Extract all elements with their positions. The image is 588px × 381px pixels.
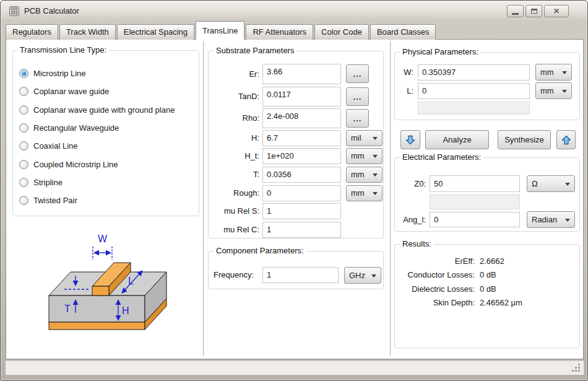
tab-board-classes[interactable]: Board Classes bbox=[370, 24, 436, 40]
diagram-label-l: L bbox=[128, 276, 134, 286]
radio-twisted-pair[interactable]: Twisted Pair bbox=[19, 194, 77, 206]
copy-down-button[interactable] bbox=[400, 130, 420, 149]
z0-field[interactable]: 50 bbox=[430, 175, 520, 192]
radio-label: Stripline bbox=[33, 178, 63, 187]
radio-rectangular-waveguide[interactable]: Rectangular Waveguide bbox=[19, 121, 119, 134]
radio-coupled-microstrip-line[interactable]: Coupled Microstrip Line bbox=[19, 158, 118, 170]
er-field[interactable]: 3.66 bbox=[262, 64, 341, 84]
radio-icon bbox=[19, 105, 28, 115]
arrow-down-icon bbox=[405, 134, 416, 146]
close-button[interactable]: ✕ bbox=[544, 5, 569, 17]
z0-label: Z0: bbox=[399, 175, 426, 192]
radio-selected-icon bbox=[19, 69, 28, 78]
microstrip-diagram: W L T H bbox=[40, 232, 181, 353]
radio-stripline[interactable]: Stripline bbox=[19, 176, 63, 188]
h-unit-select[interactable]: mil bbox=[346, 130, 383, 146]
tand-label: TanD: bbox=[212, 87, 259, 107]
component-parameters-group: Component Parameters: Frequency: 1 GHz bbox=[208, 251, 384, 289]
t-unit-select[interactable]: mm bbox=[346, 167, 383, 183]
electrical-aux-field bbox=[430, 195, 520, 209]
resize-grip-icon[interactable] bbox=[572, 364, 581, 372]
rho-more-button[interactable]: ... bbox=[346, 109, 369, 128]
rough-field[interactable]: 0 bbox=[262, 185, 341, 201]
window-controls: ✕ bbox=[507, 5, 569, 17]
l-unit-select[interactable]: mm bbox=[535, 82, 572, 99]
w-unit-select[interactable]: mm bbox=[535, 64, 572, 81]
tab-color-code[interactable]: Color Code bbox=[314, 24, 369, 40]
minimize-icon bbox=[512, 13, 519, 15]
skin-depth-value: 2.46562 µm bbox=[480, 298, 522, 307]
substrate-parameters-group: Substrate Parameters Er: 3.66 ... TanD: … bbox=[208, 51, 384, 239]
copy-up-button[interactable] bbox=[556, 130, 576, 149]
radio-icon bbox=[19, 196, 28, 205]
screen: PCB Calculator ✕ Regulators Track Width … bbox=[0, 0, 588, 381]
ht-unit-select[interactable]: mm bbox=[346, 148, 383, 164]
tand-more-button[interactable]: ... bbox=[346, 87, 369, 106]
status-bar bbox=[6, 361, 584, 375]
radio-icon bbox=[19, 160, 28, 169]
angl-unit-select[interactable]: Radian bbox=[527, 211, 575, 228]
t-field[interactable]: 0.0356 bbox=[262, 167, 341, 183]
tab-rf-attenuators[interactable]: RF Attenuators bbox=[246, 24, 313, 40]
column-separator bbox=[390, 41, 391, 356]
er-more-button[interactable]: ... bbox=[346, 64, 369, 83]
window-title: PCB Calculator bbox=[24, 6, 79, 15]
transline-panel: Transmission Line Type: Microstrip Line … bbox=[6, 39, 584, 359]
group-title: Results: bbox=[400, 239, 434, 248]
column-separator bbox=[203, 41, 204, 356]
ereff-value: 2.6662 bbox=[480, 256, 504, 266]
h-field[interactable]: 6.7 bbox=[262, 130, 341, 146]
mu-rel-c-field[interactable]: 1 bbox=[262, 222, 341, 238]
ellipsis-icon: ... bbox=[353, 114, 362, 123]
maximize-button[interactable] bbox=[525, 5, 542, 17]
ellipsis-icon: ... bbox=[353, 69, 362, 79]
tab-track-width[interactable]: Track Width bbox=[59, 24, 116, 40]
tab-electrical-spacing[interactable]: Electrical Spacing bbox=[117, 24, 194, 40]
radio-microstrip-line[interactable]: Microstrip Line bbox=[19, 67, 86, 79]
titlebar[interactable]: PCB Calculator ✕ bbox=[1, 1, 587, 20]
radio-label: Rectangular Waveguide bbox=[33, 123, 119, 133]
angl-field[interactable]: 0 bbox=[430, 212, 520, 227]
tab-regulators[interactable]: Regulators bbox=[6, 24, 58, 40]
radio-label: Coaxial Line bbox=[33, 141, 78, 151]
radio-icon bbox=[19, 123, 28, 133]
rho-label: Rho: bbox=[212, 108, 259, 128]
z0-unit-select[interactable]: Ω bbox=[527, 175, 575, 192]
synthesize-label: Synthesize bbox=[504, 135, 544, 144]
mu-rel-s-label: mu Rel S: bbox=[212, 203, 259, 219]
ht-label: H_t: bbox=[212, 148, 259, 164]
radio-label: Coupled Microstrip Line bbox=[33, 160, 118, 169]
diagram-label-h: H bbox=[122, 305, 129, 316]
mu-rel-c-label: mu Rel C: bbox=[212, 222, 259, 238]
radio-coaxial-line[interactable]: Coaxial Line bbox=[19, 139, 78, 152]
maximize-icon bbox=[531, 9, 537, 14]
radio-coplanar-ground-plane[interactable]: Coplanar wave guide with ground plane bbox=[19, 103, 175, 116]
transmission-line-type-group: Transmission Line Type: Microstrip Line … bbox=[12, 50, 199, 216]
radio-label: Coplanar wave guide bbox=[33, 87, 109, 96]
analyze-label: Analyze bbox=[443, 135, 471, 144]
conductor-losses-label: Conductor Losses: bbox=[398, 270, 475, 279]
radio-icon bbox=[19, 178, 28, 187]
pcb-calculator-window: PCB Calculator ✕ Regulators Track Width … bbox=[0, 0, 588, 381]
synthesize-button[interactable]: Synthesize bbox=[498, 130, 551, 149]
radio-coplanar-wave-guide[interactable]: Coplanar wave guide bbox=[19, 85, 109, 97]
tand-field[interactable]: 0.0117 bbox=[262, 87, 341, 107]
l-field[interactable]: 0 bbox=[418, 83, 530, 99]
w-label: W: bbox=[399, 64, 413, 81]
mu-rel-s-field[interactable]: 1 bbox=[262, 203, 341, 219]
rho-field[interactable]: 2.4e-008 bbox=[262, 108, 341, 128]
frequency-unit-select[interactable]: GHz bbox=[344, 267, 381, 284]
tab-transline[interactable]: TransLine bbox=[196, 21, 244, 40]
rough-label: Rough: bbox=[212, 185, 259, 201]
frequency-field[interactable]: 1 bbox=[262, 267, 339, 283]
ht-field[interactable]: 1e+020 bbox=[262, 148, 341, 164]
physical-aux-field bbox=[418, 102, 530, 115]
analyze-button[interactable]: Analyze bbox=[425, 130, 489, 149]
diagram-label-w: W bbox=[98, 234, 108, 244]
rough-unit-select[interactable]: mm bbox=[346, 185, 383, 201]
h-label: H: bbox=[212, 130, 259, 146]
w-field[interactable]: 0.350397 bbox=[418, 64, 530, 81]
group-title: Physical Parameters: bbox=[400, 47, 481, 56]
er-label: Er: bbox=[212, 64, 259, 84]
minimize-button[interactable] bbox=[507, 5, 524, 17]
